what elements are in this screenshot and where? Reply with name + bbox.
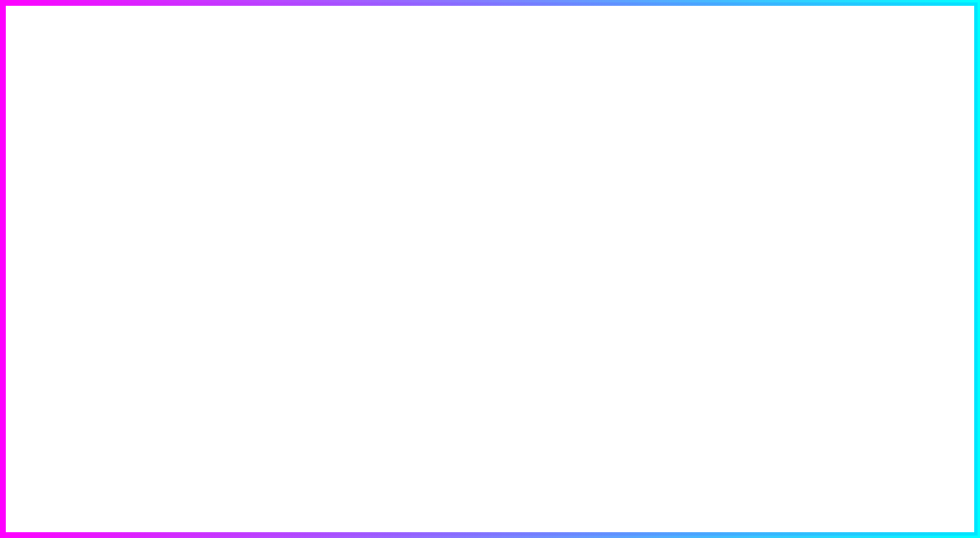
link-icon-1: 🔗 (813, 118, 826, 130)
sidebar-content: ▼ Layer 1 ⊞ ◑ 🌙 Angle (2, 134, 230, 307)
sidebar-header: BETA HD Gradients (2, 2, 230, 134)
app-wrapper: BETA HD Gradients ▼ Layer 1 (2, 2, 978, 536)
cs-value-1-3: 50 % (930, 149, 955, 158)
sidebar: BETA HD Gradients ▼ Layer 1 (2, 2, 231, 536)
swatch-4[interactable] (105, 500, 127, 526)
cs-value-2-2: 100 % (929, 231, 955, 241)
swatch-1[interactable] (16, 500, 38, 526)
angle-slider-row: ◐ 90° (16, 211, 217, 229)
color-dot-1 (813, 95, 825, 106)
dot-5-active (62, 186, 67, 191)
swatch-3[interactable] (75, 500, 98, 526)
nav-chevron-icon: ‹ › (756, 24, 767, 37)
dot-2 (62, 179, 67, 184)
cs-track-2-1[interactable] (831, 219, 924, 222)
swatch-5[interactable] (135, 500, 158, 526)
add-color-label: Add a random color (830, 276, 922, 288)
dot-9 (69, 193, 74, 198)
dot-7 (55, 193, 60, 198)
angle-row: Angle to right to left to t (16, 176, 217, 201)
hd-examples-label: HD EXAMPLES (16, 484, 217, 493)
cs-slider-2-2: 🔗 100 % (813, 230, 955, 242)
angle-direction-select[interactable]: to right to left to top to bottom custom (85, 178, 141, 199)
settings-button[interactable]: ⚙ (953, 12, 964, 28)
cs-track-1-3[interactable] (828, 152, 925, 155)
right-panel-header: ⚙ (791, 12, 978, 38)
color-space-select[interactable]: oklab oklch srgb hsl (913, 38, 964, 57)
add-layer-container: + (2, 307, 230, 474)
layer-circle-icon-btn[interactable]: ◑ (170, 144, 191, 165)
layer-header: ▼ Layer 1 ⊞ ◑ 🌙 (16, 144, 217, 165)
color-stop-1-sliders: 🔗 0 % 0 % (813, 118, 955, 159)
app-logo (80, 22, 154, 96)
color-stop-2-header: oklch(90% 0.5 200) ⋮ (813, 185, 955, 208)
layer-title: Layer 1 (29, 148, 69, 161)
sidebar-footer: HD EXAMPLES (2, 474, 230, 536)
dot-grid[interactable] (52, 176, 77, 201)
cs-value-1-1: 0 % (930, 119, 955, 129)
gear-icon: ⚙ (953, 13, 964, 27)
layer-collapse-icon[interactable]: ▼ (16, 150, 24, 159)
color-stop-1-label: oklch(70% 0.5 340) (831, 89, 935, 112)
cs-slider-1-3: ↻ 50 % (813, 148, 955, 159)
layer-title-row: ▼ Layer 1 (16, 148, 69, 161)
color-space-row: ℹ Color Space oklab oklch srgb hsl (791, 38, 978, 71)
midpoint-handle[interactable] (519, 251, 535, 269)
placeholder-icon-2: 🔗 (813, 230, 826, 242)
rotate-icon-1: ↻ (813, 148, 823, 159)
color-stops-list: oklch(70% 0.5 340) ⋮ 🔗 0 % (791, 71, 978, 260)
info-icon: ℹ (804, 41, 808, 54)
main-canvas: HDR ‹ › (231, 2, 790, 536)
cs-slider-1-2: 0 % (813, 134, 955, 144)
right-panel: ⚙ ℹ Color Space oklab oklch srgb hsl (790, 2, 978, 536)
add-layer-button[interactable]: + (102, 369, 131, 398)
swatch-6[interactable] (164, 500, 187, 526)
dot-1 (55, 179, 60, 184)
color-space-label: Color Space (814, 42, 906, 54)
angle-select-wrapper: to right to left to top to bottom custom (85, 178, 217, 199)
example-swatches (16, 500, 217, 526)
angle-slider-icon: ◐ (16, 211, 29, 229)
cs-track-2-2[interactable] (831, 234, 924, 238)
color-stop-1-more-icon[interactable]: ⋮ (942, 93, 955, 109)
app-title: HD Gradients (74, 105, 158, 120)
layer-moon-icon-btn[interactable]: 🌙 (196, 144, 217, 165)
dot-3 (69, 179, 74, 184)
link-icon-2: 🔗 (813, 215, 826, 226)
cs-track-1-1[interactable] (831, 122, 925, 126)
cs-track-1-2[interactable] (828, 137, 925, 140)
layer-icons: ⊞ ◑ 🌙 (144, 144, 217, 165)
color-space-select-wrapper: oklab oklch srgb hsl (913, 38, 964, 57)
swatch-7[interactable] (194, 500, 217, 526)
nav-button[interactable]: ‹ › (747, 16, 777, 45)
color-stop-2-more-icon[interactable]: ⋮ (942, 189, 955, 205)
add-random-color-button[interactable]: Add a random color ⇄ (804, 266, 964, 297)
angle-label: Angle (16, 183, 44, 194)
beta-badge: BETA (8, 6, 35, 23)
cs-slider-2-1: 🔗 100 % (813, 215, 955, 226)
color-stop-2: oklch(90% 0.5 200) ⋮ 🔗 100 % 🔗 (804, 177, 964, 250)
angle-slider-track[interactable] (37, 218, 183, 221)
color-stop-2-sliders: 🔗 100 % 🔗 100 % (813, 215, 955, 242)
color-dot-2 (813, 191, 825, 202)
cs-value-2-1: 100 % (929, 216, 955, 225)
cs-value-1-2: 0 % (930, 134, 955, 144)
logo-lines (80, 53, 154, 79)
gradient-preview[interactable] (310, 49, 710, 490)
dashed-line (310, 269, 710, 270)
angle-slider-value: 90° (191, 214, 217, 225)
dot-4 (55, 186, 60, 191)
swatch-2[interactable] (45, 500, 68, 526)
layer-grid-icon-btn[interactable]: ⊞ (144, 144, 165, 165)
dot-6 (69, 186, 74, 191)
dot-8 (62, 193, 67, 198)
cs-slider-1-1: 🔗 0 % (813, 118, 955, 130)
hdr-badge: HDR (244, 16, 272, 29)
color-stop-2-label: oklch(90% 0.5 200) (831, 185, 935, 208)
shuffle-icon: ⇄ (929, 275, 938, 288)
color-stop-1: oklch(70% 0.5 340) ⋮ 🔗 0 % (804, 81, 964, 167)
add-layer-icon: + (112, 375, 122, 393)
color-stop-1-header: oklch(70% 0.5 340) ⋮ (813, 89, 955, 112)
